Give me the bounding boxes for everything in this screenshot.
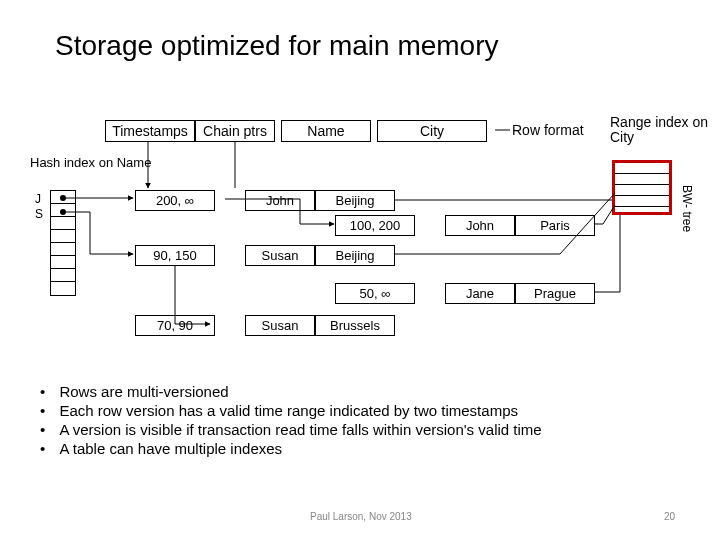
bucket-s-label: S	[35, 207, 43, 221]
col-name: Name	[281, 120, 371, 142]
r3-city: Beijing	[315, 245, 395, 266]
record-5: 70, 90 Susan Brussels	[135, 315, 395, 336]
record-4: 50, ∞ Jane Prague	[335, 283, 595, 304]
r5-name: Susan	[245, 315, 315, 336]
r2-name: John	[445, 215, 515, 236]
page-number: 20	[664, 511, 675, 522]
bucket-j-label: J	[35, 192, 41, 206]
r2-ts: 100, 200	[335, 215, 415, 236]
r4-city: Prague	[515, 283, 595, 304]
col-city: City	[377, 120, 487, 142]
hash-bucket-array	[50, 190, 76, 296]
row-format-label: Row format	[512, 122, 584, 138]
r3-name: Susan	[245, 245, 315, 266]
r3-ts: 90, 150	[135, 245, 215, 266]
connector-lines	[0, 0, 720, 540]
record-3: 90, 150 Susan Beijing	[135, 245, 395, 266]
r1-name: John	[245, 190, 315, 211]
record-1: 200, ∞ John Beijing	[135, 190, 395, 211]
r4-name: Jane	[445, 283, 515, 304]
bw-tree-label: BW- tree	[680, 185, 694, 232]
slide-title: Storage optimized for main memory	[55, 30, 499, 62]
range-index-box	[612, 160, 672, 215]
col-chain-ptrs: Chain ptrs	[195, 120, 275, 142]
bullet-3: A version is visible if transaction read…	[55, 421, 542, 438]
r1-city: Beijing	[315, 190, 395, 211]
bucket-dot-s	[60, 209, 66, 215]
bucket-dot-j	[60, 195, 66, 201]
record-header-row: Timestamps Chain ptrs Name City	[105, 120, 487, 142]
record-2: 100, 200 John Paris	[335, 215, 595, 236]
r2-city: Paris	[515, 215, 595, 236]
hash-index-label: Hash index on Name	[30, 156, 151, 170]
r5-city: Brussels	[315, 315, 395, 336]
r1-ts: 200, ∞	[135, 190, 215, 211]
r4-ts: 50, ∞	[335, 283, 415, 304]
bullet-2: Each row version has a valid time range …	[55, 402, 542, 419]
bullet-1: Rows are multi-versioned	[55, 383, 542, 400]
range-index-label: Range index on City	[610, 115, 720, 146]
bullet-list: Rows are multi-versioned Each row versio…	[55, 383, 542, 459]
citation: Paul Larson, Nov 2013	[310, 511, 412, 522]
bullet-4: A table can have multiple indexes	[55, 440, 542, 457]
col-timestamps: Timestamps	[105, 120, 195, 142]
r5-ts: 70, 90	[135, 315, 215, 336]
